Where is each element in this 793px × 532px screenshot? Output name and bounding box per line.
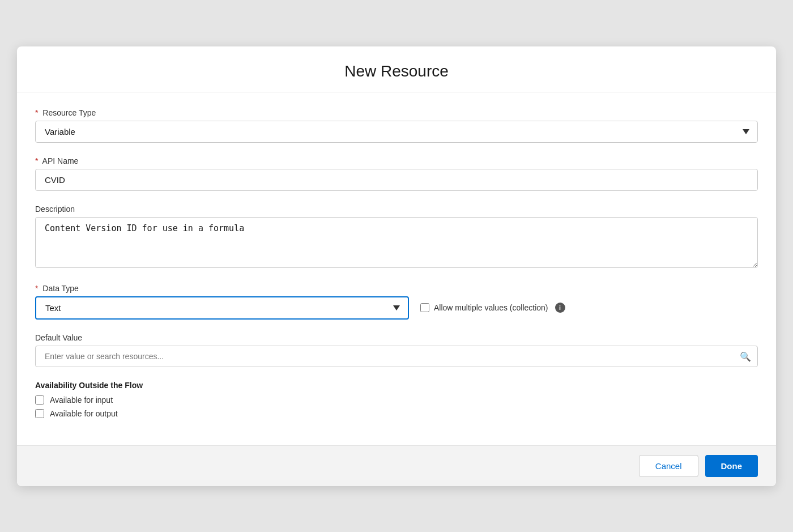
api-name-label: * API Name <box>35 156 758 165</box>
resource-type-select[interactable]: Variable Constant Formula Template Stage… <box>35 121 758 143</box>
resource-type-label: * Resource Type <box>35 108 758 117</box>
default-value-input[interactable] <box>35 346 758 367</box>
data-type-label: * Data Type <box>35 284 758 293</box>
data-type-row: Text Number Currency Boolean Date Date/T… <box>35 296 758 320</box>
description-group: Description Content Version ID for use i… <box>35 205 758 270</box>
collection-label: Allow multiple values (collection) <box>434 303 548 312</box>
modal-title: New Resource <box>28 62 765 80</box>
cancel-button[interactable]: Cancel <box>639 455 698 477</box>
default-value-wrapper: 🔍 <box>35 346 758 367</box>
collection-checkbox-group: Allow multiple values (collection) i <box>420 303 565 313</box>
modal-header: New Resource <box>17 46 776 92</box>
modal-body: * Resource Type Variable Constant Formul… <box>17 92 776 445</box>
required-star-api: * <box>35 156 38 165</box>
done-button[interactable]: Done <box>705 455 758 477</box>
info-icon[interactable]: i <box>555 303 565 313</box>
resource-type-group: * Resource Type Variable Constant Formul… <box>35 108 758 143</box>
availability-section: Availability Outside the Flow Available … <box>35 381 758 418</box>
available-for-input-checkbox[interactable] <box>35 395 44 405</box>
data-type-group: * Data Type Text Number Currency Boolean… <box>35 284 758 320</box>
available-for-output-label: Available for output <box>50 409 118 418</box>
available-for-input-label: Available for input <box>50 395 113 405</box>
api-name-input[interactable] <box>35 169 758 191</box>
available-for-input-item: Available for input <box>35 395 758 405</box>
availability-title: Availability Outside the Flow <box>35 381 758 390</box>
available-for-output-checkbox[interactable] <box>35 409 44 418</box>
default-value-group: Default Value 🔍 <box>35 333 758 367</box>
required-star-dtype: * <box>35 284 38 293</box>
api-name-group: * API Name <box>35 156 758 191</box>
new-resource-modal: New Resource * Resource Type Variable Co… <box>17 46 776 486</box>
description-label: Description <box>35 205 758 214</box>
default-value-label: Default Value <box>35 333 758 342</box>
required-star: * <box>35 108 38 117</box>
modal-footer: Cancel Done <box>17 445 776 486</box>
data-type-select-wrapper: Text Number Currency Boolean Date Date/T… <box>35 296 409 320</box>
data-type-select[interactable]: Text Number Currency Boolean Date Date/T… <box>35 296 409 320</box>
collection-checkbox[interactable] <box>420 303 429 312</box>
description-textarea[interactable]: Content Version ID for use in a formula <box>35 217 758 268</box>
available-for-output-item: Available for output <box>35 409 758 418</box>
search-icon: 🔍 <box>740 351 751 361</box>
